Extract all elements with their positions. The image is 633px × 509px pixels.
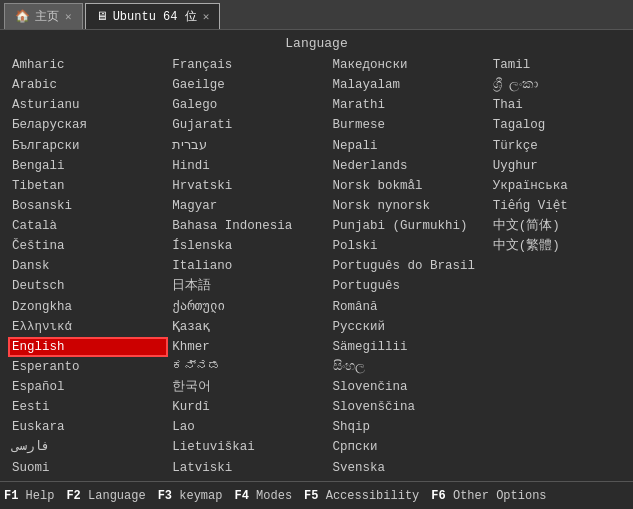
list-item[interactable]: Kurdî	[168, 397, 328, 417]
list-item[interactable]: Bosanski	[8, 196, 168, 216]
list-item[interactable]: Српски	[329, 437, 489, 457]
list-item[interactable]: Gaeilge	[168, 75, 328, 95]
list-item[interactable]: Hindi	[168, 156, 328, 176]
list-item[interactable]: Bahasa Indonesia	[168, 216, 328, 236]
list-item[interactable]: Latviski	[168, 458, 328, 478]
list-item[interactable]: 中文(简体)	[489, 216, 625, 236]
fn-modes[interactable]: F4 Modes	[234, 489, 292, 503]
tab-bar: 🏠 主页 ✕ 🖥 Ubuntu 64 位 ✕	[0, 0, 633, 30]
tab-ubuntu-label: Ubuntu 64 位	[113, 8, 197, 25]
f1-key: F1	[4, 489, 18, 503]
list-item[interactable]: Gujarati	[168, 115, 328, 135]
f3-label: keymap	[179, 489, 222, 503]
list-item[interactable]: Čeština	[8, 236, 168, 256]
list-item[interactable]: Uyghur	[489, 156, 625, 176]
list-item[interactable]: Tiếng Việt	[489, 196, 625, 216]
list-item[interactable]: Burmese	[329, 115, 489, 135]
language-column-4: Tamil ශ්‍රී ලංකා Thai Tagalog Türkçe Uyg…	[489, 55, 625, 481]
fn-other-options[interactable]: F6 Other Options	[431, 489, 546, 503]
list-item[interactable]: Deutsch	[8, 276, 168, 296]
list-item[interactable]: Esperanto	[8, 357, 168, 377]
list-item[interactable]: Українська	[489, 176, 625, 196]
list-item[interactable]: Eesti	[8, 397, 168, 417]
list-item-english[interactable]: English	[8, 337, 168, 357]
list-item[interactable]: Tamil	[489, 55, 625, 75]
f2-label: Language	[88, 489, 146, 503]
list-item[interactable]: සිංහල	[329, 357, 489, 377]
list-item[interactable]: Slovenščina	[329, 397, 489, 417]
list-item[interactable]: ශ්‍රී ලංකා	[489, 75, 625, 95]
list-item[interactable]: Català	[8, 216, 168, 236]
fn-help[interactable]: F1 Help	[4, 489, 54, 503]
f4-label: Modes	[256, 489, 292, 503]
list-item[interactable]: 한국어	[168, 377, 328, 397]
list-item[interactable]: Euskara	[8, 417, 168, 437]
list-item[interactable]: Dansk	[8, 256, 168, 276]
list-item[interactable]: Shqip	[329, 417, 489, 437]
list-item[interactable]: Nederlands	[329, 156, 489, 176]
list-item[interactable]: Français	[168, 55, 328, 75]
list-item[interactable]: Română	[329, 297, 489, 317]
list-item[interactable]: Malayalam	[329, 75, 489, 95]
list-item[interactable]: 中文(繁體)	[489, 236, 625, 256]
list-item[interactable]: Thai	[489, 95, 625, 115]
fn-language[interactable]: F2 Language	[66, 489, 145, 503]
f5-label: Accessibility	[326, 489, 420, 503]
tab-ubuntu-close[interactable]: ✕	[203, 10, 210, 23]
list-item[interactable]: Қазақ	[168, 317, 328, 337]
list-item[interactable]: Punjabi (Gurmukhi)	[329, 216, 489, 236]
list-item[interactable]: Galego	[168, 95, 328, 115]
list-item[interactable]: Amharic	[8, 55, 168, 75]
list-item[interactable]: Lietuviškai	[168, 437, 328, 457]
list-item[interactable]: Khmer	[168, 337, 328, 357]
list-item[interactable]: Русский	[329, 317, 489, 337]
f3-key: F3	[158, 489, 172, 503]
list-item[interactable]: Arabic	[8, 75, 168, 95]
f6-label: Other Options	[453, 489, 547, 503]
fn-accessibility[interactable]: F5 Accessibility	[304, 489, 419, 503]
tab-home[interactable]: 🏠 主页 ✕	[4, 3, 83, 29]
list-item[interactable]: ಕನ್ನಡ	[168, 357, 328, 377]
language-dialog-header: Language	[0, 30, 633, 55]
list-item[interactable]: Español	[8, 377, 168, 397]
list-item[interactable]: Tibetan	[8, 176, 168, 196]
list-item[interactable]: Dzongkha	[8, 297, 168, 317]
list-item[interactable]: עברית	[168, 136, 328, 156]
list-item[interactable]: Asturianu	[8, 95, 168, 115]
list-item[interactable]: Íslenska	[168, 236, 328, 256]
tab-home-close[interactable]: ✕	[65, 10, 72, 23]
list-item[interactable]: Magyar	[168, 196, 328, 216]
list-item[interactable]: فارسی	[8, 437, 168, 457]
list-item[interactable]: Português do Brasil	[329, 256, 489, 276]
list-item[interactable]: Suomi	[8, 458, 168, 478]
list-item[interactable]: Lao	[168, 417, 328, 437]
list-item[interactable]: Norsk nynorsk	[329, 196, 489, 216]
list-item[interactable]: Norsk bokmål	[329, 176, 489, 196]
list-item[interactable]: 日本語	[168, 276, 328, 296]
list-item[interactable]: Sämegillii	[329, 337, 489, 357]
list-item[interactable]: Slovenčina	[329, 377, 489, 397]
list-item[interactable]: Hrvatski	[168, 176, 328, 196]
f4-key: F4	[234, 489, 248, 503]
list-item[interactable]: Marathi	[329, 95, 489, 115]
list-item[interactable]: Македонски	[329, 55, 489, 75]
list-item[interactable]: Ελληνικά	[8, 317, 168, 337]
list-item[interactable]: Italiano	[168, 256, 328, 276]
fn-keymap[interactable]: F3 keymap	[158, 489, 223, 503]
list-item[interactable]: Türkçe	[489, 136, 625, 156]
list-item[interactable]: Tagalog	[489, 115, 625, 135]
list-item[interactable]: Polski	[329, 236, 489, 256]
list-item[interactable]: Български	[8, 136, 168, 156]
ubuntu-icon: 🖥	[96, 9, 108, 24]
list-item[interactable]: Svenska	[329, 458, 489, 478]
list-item[interactable]: ქართული	[168, 297, 328, 317]
list-item[interactable]: Беларуская	[8, 115, 168, 135]
list-item[interactable]: Bengali	[8, 156, 168, 176]
list-item[interactable]: Português	[329, 276, 489, 296]
f6-key: F6	[431, 489, 445, 503]
list-item[interactable]: Nepali	[329, 136, 489, 156]
tab-ubuntu[interactable]: 🖥 Ubuntu 64 位 ✕	[85, 3, 221, 29]
f2-key: F2	[66, 489, 80, 503]
function-key-bar: F1 Help F2 Language F3 keymap F4 Modes F…	[0, 481, 633, 509]
language-column-3: Македонски Malayalam Marathi Burmese Nep…	[329, 55, 489, 481]
